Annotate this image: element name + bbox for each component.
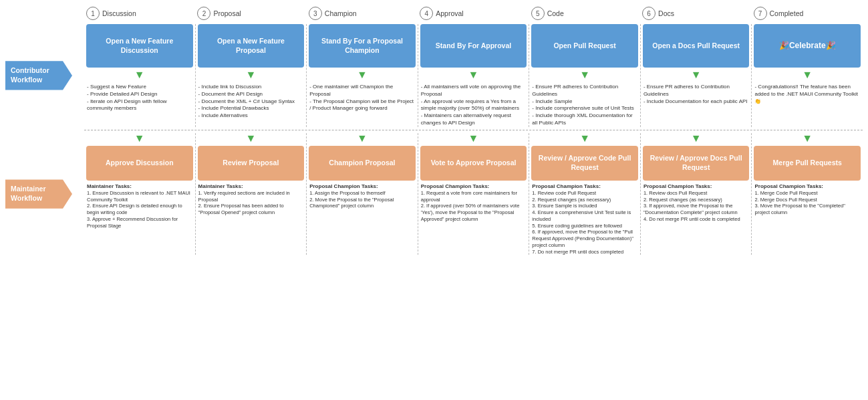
stage-header-4: 4Approval — [418, 7, 529, 20]
maintainer-col-4: ▼Vote to Approve ProposalProposal Champi… — [418, 133, 530, 256]
tasks-title-3: Proposal Champion Tasks: — [309, 181, 416, 190]
contributor-bullets-1: - Suggest a New Feature- Provide Detaile… — [86, 82, 193, 112]
stage-label-7: Completed — [770, 9, 804, 17]
stage-label-4: Approval — [436, 9, 463, 17]
contributor-bullets-3: - One maintainer will Champion the Propo… — [309, 82, 416, 112]
up-arrow-maintainer-1: ▼ — [134, 133, 145, 144]
stage-num-4: 4 — [420, 7, 433, 20]
up-arrow-maintainer-7: ▼ — [802, 133, 813, 144]
contributor-bullets-5: - Ensure PR adheres to Contribution Guid… — [531, 82, 638, 127]
maintainer-col-1: ▼Approve DiscussionMaintainer Tasks:1. E… — [84, 133, 196, 256]
down-arrow-contributor-5: ▼ — [579, 70, 590, 80]
contributor-col-4: Stand By For Approval▼- All maintainers … — [418, 24, 530, 127]
maintainer-card-4: Vote to Approve Proposal — [420, 146, 527, 181]
stage-header-1: 1Discussion — [84, 7, 195, 20]
maintainer-col-5: ▼Review / Approve Code Pull RequestPropo… — [529, 133, 641, 256]
up-arrow-maintainer-3: ▼ — [357, 133, 368, 144]
stage-label-1: Discussion — [102, 9, 136, 17]
contributor-bullets-4: - All maintainers will vote on approving… — [420, 82, 527, 127]
contributor-card-6: Open a Docs Pull Request — [643, 24, 750, 68]
contributor-bullets-2: - Include link to Discussion- Document t… — [198, 82, 305, 120]
stage-num-3: 3 — [309, 7, 322, 20]
stage-num-5: 5 — [531, 7, 545, 20]
contributor-card-1: Open a New Feature Discussion — [86, 24, 193, 68]
contributor-card-3: Stand By For a Proposal Champion — [309, 24, 416, 68]
tasks-text-4: 1. Request a vote from core maintainers … — [420, 190, 527, 223]
down-arrow-contributor-6: ▼ — [691, 70, 702, 80]
tasks-title-4: Proposal Champion Tasks: — [420, 181, 527, 190]
contributor-col-7: 🎉Celebrate🎉▼- Congratulations!! The feat… — [752, 24, 863, 127]
stage-header-2: 2Proposal — [195, 7, 306, 20]
contributor-card-2: Open a New Feature Proposal — [198, 24, 305, 68]
stage-header-3: 3Champion — [307, 7, 418, 20]
contributor-col-1: Open a New Feature Discussion▼- Suggest … — [84, 24, 196, 127]
maintainer-card-2: Review Proposal — [198, 146, 305, 181]
maintainer-col-2: ▼Review ProposalMaintainer Tasks:1. Veri… — [196, 133, 307, 256]
stage-label-6: Docs — [658, 9, 674, 17]
contributor-card-7: 🎉Celebrate🎉 — [754, 24, 861, 68]
stage-num-7: 7 — [754, 7, 767, 20]
h-divider — [84, 130, 863, 130]
contributor-col-2: Open a New Feature Proposal▼- Include li… — [196, 24, 307, 127]
up-arrow-maintainer-6: ▼ — [691, 133, 702, 144]
maintainer-card-1: Approve Discussion — [86, 146, 193, 181]
up-arrow-maintainer-4: ▼ — [468, 133, 479, 144]
tasks-title-7: Proposal Champion Tasks: — [754, 181, 861, 190]
tasks-title-5: Proposal Champion Tasks: — [531, 181, 638, 190]
stage-num-6: 6 — [642, 7, 656, 20]
down-arrow-contributor-4: ▼ — [468, 70, 479, 80]
maintainer-cards-row: ▼Approve DiscussionMaintainer Tasks:1. E… — [84, 133, 863, 256]
tasks-title-6: Proposal Champion Tasks: — [643, 181, 750, 190]
maintainer-card-3: Champion Proposal — [309, 146, 416, 181]
tasks-text-6: 1. Review docs Pull Request2. Request ch… — [643, 190, 750, 223]
maintainer-col-7: ▼Merge Pull RequestsProposal Champion Ta… — [752, 133, 863, 256]
tasks-text-3: 1. Assign the Proposal to themself2. Mov… — [309, 190, 416, 209]
tasks-title-1: Maintainer Tasks: — [86, 181, 193, 190]
maintainer-arrow-label: MaintainerWorkflow — [5, 179, 72, 208]
contributor-bullets-7: - Congratulations!! The feature has been… — [754, 82, 861, 105]
stage-num-2: 2 — [197, 7, 210, 20]
contributor-label-col: ContributorWorkflow — [5, 61, 84, 90]
stage-label-2: Proposal — [213, 9, 241, 17]
tasks-title-2: Maintainer Tasks: — [198, 181, 305, 190]
maintainer-card-6: Review / Approve Docs Pull Request — [643, 146, 750, 181]
maintainer-card-7: Merge Pull Requests — [754, 146, 861, 181]
up-arrow-maintainer-2: ▼ — [245, 133, 256, 144]
stage-label-3: Champion — [325, 9, 357, 17]
down-arrow-contributor-2: ▼ — [245, 70, 256, 80]
maintainer-card-5: Review / Approve Code Pull Request — [531, 146, 638, 181]
stage-header-7: 7Completed — [752, 7, 863, 20]
contributor-bullets-6: - Ensure PR adheres to Contribution Guid… — [643, 82, 750, 105]
stage-label-5: Code — [547, 9, 564, 17]
stage-num-1: 1 — [86, 7, 100, 20]
tasks-text-1: 1. Ensure Discussion is relevant to .NET… — [86, 190, 193, 229]
contributor-arrow-label: ContributorWorkflow — [5, 61, 72, 90]
contributor-card-4: Stand By For Approval — [420, 24, 527, 68]
tasks-text-7: 1. Merge Code Pull Request2. Merge Docs … — [754, 190, 861, 216]
down-arrow-contributor-1: ▼ — [134, 70, 145, 80]
contributor-cards-row: Open a New Feature Discussion▼- Suggest … — [84, 24, 863, 127]
tasks-text-5: 1. Review code Pull Request2. Request ch… — [531, 190, 638, 256]
down-arrow-contributor-3: ▼ — [357, 70, 368, 80]
stage-headers-row: 1Discussion2Proposal3Champion4Approval5C… — [84, 7, 863, 20]
maintainer-workflow-row: MaintainerWorkflow ▼Approve DiscussionMa… — [5, 133, 863, 256]
contributor-card-5: Open Pull Request — [531, 24, 638, 68]
maintainer-col-3: ▼Champion ProposalProposal Champion Task… — [307, 133, 418, 256]
contributor-col-5: Open Pull Request▼- Ensure PR adheres to… — [529, 24, 641, 127]
contributor-col-3: Stand By For a Proposal Champion▼- One m… — [307, 24, 418, 127]
up-arrow-maintainer-5: ▼ — [579, 133, 590, 144]
stage-header-6: 6Docs — [640, 7, 751, 20]
down-arrow-contributor-7: ▼ — [802, 70, 813, 80]
main-container: 1Discussion2Proposal3Champion4Approval5C… — [0, 0, 868, 262]
maintainer-col-6: ▼Review / Approve Docs Pull RequestPropo… — [641, 133, 752, 256]
tasks-text-2: 1. Verify required sections are included… — [198, 190, 305, 216]
maintainer-label-col: MaintainerWorkflow — [5, 179, 84, 208]
contributor-col-6: Open a Docs Pull Request▼- Ensure PR adh… — [641, 24, 752, 127]
contributor-workflow-row: ContributorWorkflow Open a New Feature D… — [5, 24, 863, 127]
stage-header-5: 5Code — [529, 7, 640, 20]
